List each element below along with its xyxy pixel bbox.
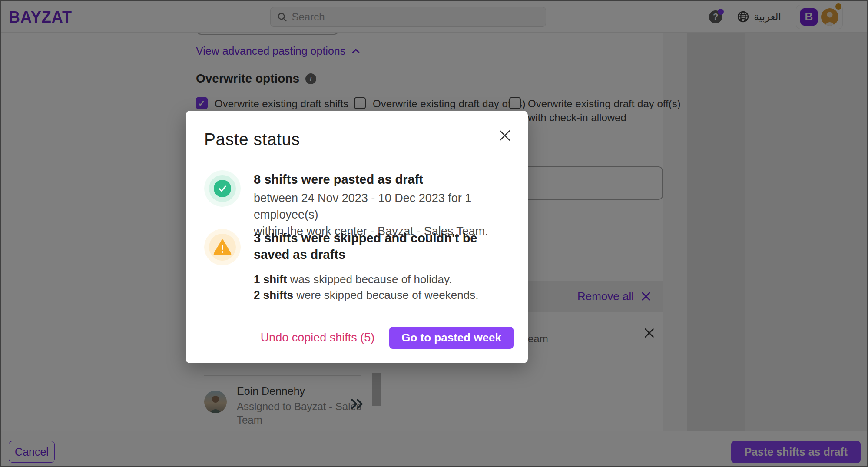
undo-copied-shifts-link[interactable]: Undo copied shifts (5) bbox=[261, 331, 375, 344]
app-viewport: View advanced pasting options Overwrite … bbox=[0, 0, 868, 467]
reason-text: were skipped because of weekends. bbox=[293, 288, 478, 301]
warning-section: 3 shifts were skipped and couldn't be sa… bbox=[204, 229, 514, 265]
success-heading: 8 shifts were pasted as draft bbox=[254, 171, 514, 188]
success-check-icon bbox=[204, 170, 241, 207]
reason-count: 1 shift bbox=[254, 273, 287, 286]
reason-text: was skipped because of holiday. bbox=[287, 273, 452, 286]
modal-actions: Undo copied shifts (5) Go to pasted week bbox=[261, 327, 514, 349]
success-line1: between 24 Nov 2023 - 10 Dec 2023 for 1 … bbox=[254, 192, 471, 221]
skip-reason-holiday: 1 shift was skipped because of holiday. bbox=[254, 273, 452, 286]
modal-close-button[interactable] bbox=[497, 127, 513, 144]
paste-status-modal: Paste status 8 shifts were pasted as dra… bbox=[186, 111, 528, 363]
modal-title: Paste status bbox=[204, 130, 509, 149]
go-to-pasted-week-button[interactable]: Go to pasted week bbox=[389, 327, 514, 349]
warning-heading: 3 shifts were skipped and couldn't be sa… bbox=[254, 230, 514, 263]
close-icon bbox=[498, 129, 512, 142]
reason-count: 2 shifts bbox=[254, 288, 293, 301]
skip-reason-weekends: 2 shifts were skipped because of weekend… bbox=[254, 288, 478, 302]
warning-triangle-icon bbox=[204, 229, 241, 265]
